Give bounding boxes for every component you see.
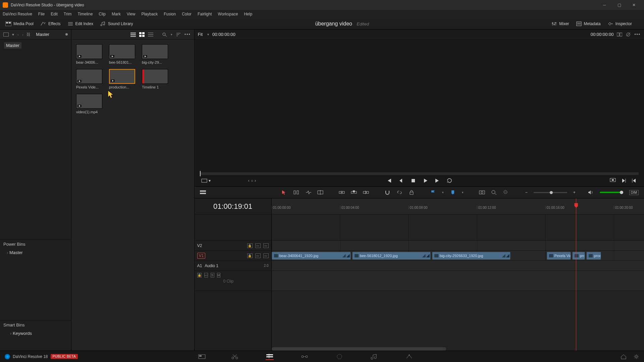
menu-davinci[interactable]: DaVinci Resolve [3, 12, 32, 16]
playhead[interactable] [576, 198, 576, 351]
arrow-tool-icon[interactable] [281, 190, 287, 195]
step-back-marker-icon[interactable] [631, 178, 637, 184]
match-dot-icon[interactable]: ○ [251, 178, 253, 183]
track-a1-controls[interactable]: 🔒 ▭ S M 0 Clip [195, 271, 271, 291]
marker-icon[interactable] [450, 190, 456, 195]
menu-color[interactable]: Color [182, 12, 192, 16]
cut-page-icon[interactable] [231, 353, 239, 360]
fusion-page-icon[interactable] [301, 353, 309, 360]
match-next-icon[interactable]: › [255, 178, 256, 183]
chevron-down-icon[interactable]: ▾ [12, 32, 14, 37]
track-v1-header[interactable]: V1 🔒 ▭ ▭ [195, 251, 271, 261]
play-icon[interactable] [422, 178, 428, 184]
clip-bee-561801-[interactable]: ▶bee-561801... [109, 44, 135, 64]
lock-icon[interactable] [409, 190, 415, 195]
timeline-clip[interactable]: bee-5618012_1920.jpg [352, 252, 431, 260]
stop-icon[interactable] [410, 178, 416, 184]
media-pool-button[interactable]: Media Pool [5, 21, 34, 26]
timeline-clip[interactable]: Pexels Vide... [547, 252, 571, 260]
viewer[interactable]: ▾ ‹ ○ › [195, 40, 644, 186]
clip-timeline-1[interactable]: Timeline 1 [142, 69, 168, 89]
clip-pexels-vide-[interactable]: ▶Pexels Vide... [76, 69, 102, 89]
inspector-button[interactable]: Inspector [607, 21, 632, 26]
settings-icon[interactable] [633, 354, 639, 359]
zoom-slider[interactable] [534, 192, 567, 193]
sort-icon[interactable] [176, 32, 181, 37]
fairlight-page-icon[interactable] [370, 353, 378, 360]
auto-select-icon[interactable]: ▭ [204, 273, 208, 278]
lock-icon[interactable]: 🔒 [197, 273, 202, 278]
snap-icon[interactable] [384, 190, 390, 195]
marker-dropdown-icon[interactable]: ▾ [462, 191, 464, 194]
minimize-button[interactable]: ─ [597, 0, 612, 10]
zoom-fit-icon[interactable] [479, 190, 485, 195]
viewer-tc-out[interactable]: 00:00:00:00 [591, 32, 614, 37]
timeline-clip[interactable]: pro... [572, 252, 585, 260]
clip-video-1-mp4[interactable]: ▶video(1).mp4 [76, 94, 102, 114]
menu-workspace[interactable]: Workspace [218, 12, 238, 16]
timeline-clip[interactable]: big-city-2926633_1920.jpg [432, 252, 511, 260]
home-icon[interactable] [621, 354, 627, 359]
edit-index-button[interactable]: Edit Index [67, 21, 93, 26]
match-prev-icon[interactable]: ‹ [248, 178, 250, 183]
step-back-icon[interactable] [398, 178, 404, 184]
grid-icon[interactable] [139, 32, 145, 37]
match-frame-icon[interactable] [610, 178, 616, 184]
track-a1-header[interactable]: A1 Audio 1 2.0 [195, 261, 271, 271]
flag-dropdown-icon[interactable]: ▾ [442, 191, 444, 194]
timeline-timecode[interactable]: 01:00:19:01 [195, 198, 271, 215]
edit-page-icon[interactable] [266, 353, 274, 360]
replace-icon[interactable] [363, 190, 369, 195]
mixer-button[interactable]: Mixer [551, 21, 569, 26]
menu-fusion[interactable]: Fusion [164, 12, 176, 16]
overwrite-icon[interactable] [351, 190, 357, 195]
viewer-tc-in[interactable]: 00:00:00:00 [212, 32, 235, 37]
close-button[interactable]: ✕ [627, 0, 641, 10]
power-bins-header[interactable]: Power Bins [0, 239, 71, 249]
sound-library-button[interactable]: Sound Library [100, 21, 133, 26]
menu-fairlight[interactable]: Fairlight [198, 12, 212, 16]
smart-bin-keywords[interactable]: Keywords [0, 329, 71, 337]
track-a1-wave-lane[interactable] [272, 271, 644, 291]
menu-bar[interactable]: DaVinci Resolve File Edit Trim Timeline … [0, 10, 644, 18]
zoom-plus-icon[interactable]: + [573, 190, 576, 195]
timeline-clip[interactable]: bear-3400641_1920.jpg [272, 252, 351, 260]
breadcrumb[interactable]: Master [36, 32, 49, 37]
smart-bins-header[interactable]: Smart Bins [0, 320, 71, 329]
power-bin-master[interactable]: Master [0, 249, 71, 256]
mute-button[interactable]: M [217, 273, 221, 278]
dual-view-icon[interactable] [617, 32, 622, 37]
flag-icon[interactable] [430, 190, 436, 195]
list-strip-icon[interactable] [130, 32, 136, 37]
disable-icon[interactable]: ▭ [263, 243, 269, 248]
clip-bear-34006-[interactable]: ▶bear-34006... [76, 44, 102, 64]
media-pool-grid[interactable]: ▶bear-34006...▶bee-561801...▶big-city-29… [71, 40, 194, 351]
timeline-view-icon[interactable] [200, 190, 206, 195]
list-icon[interactable] [148, 32, 153, 37]
lock-icon[interactable]: 🔒 [247, 243, 253, 248]
zoom-minus-icon[interactable]: − [525, 190, 528, 195]
track-v2-lane[interactable] [272, 241, 644, 251]
bin-view-icon[interactable] [3, 33, 9, 37]
timeline-ruler[interactable]: 01:00:00:0001:00:04:0001:00:08:0001:00:1… [272, 198, 644, 215]
menu-clip[interactable]: Clip [99, 12, 106, 16]
menu-view[interactable]: View [127, 12, 136, 16]
menu-trim[interactable]: Trim [64, 12, 72, 16]
menu-timeline[interactable]: Timeline [77, 12, 93, 16]
effects-button[interactable]: Effects [40, 21, 60, 26]
fit-label[interactable]: Fit [198, 32, 203, 37]
nav-fwd-icon[interactable]: › [22, 33, 23, 37]
last-frame-icon[interactable] [434, 178, 440, 184]
auto-select-icon[interactable]: ▭ [255, 253, 261, 258]
track-a1-lane[interactable] [272, 261, 644, 271]
lock-icon[interactable]: 🔒 [247, 253, 253, 258]
disable-icon[interactable]: ▭ [263, 253, 269, 258]
horizontal-scrollbar[interactable] [272, 347, 446, 351]
zoom-detail-icon[interactable] [491, 190, 497, 195]
menu-file[interactable]: File [38, 12, 45, 16]
menu-playback[interactable]: Playback [141, 12, 158, 16]
dim-button[interactable]: DIM [629, 190, 639, 195]
search-dropdown-icon[interactable]: ▾ [171, 33, 172, 36]
track-v2-header[interactable]: V2 🔒 ▭ ▭ [195, 241, 271, 251]
media-page-icon[interactable] [198, 353, 206, 360]
